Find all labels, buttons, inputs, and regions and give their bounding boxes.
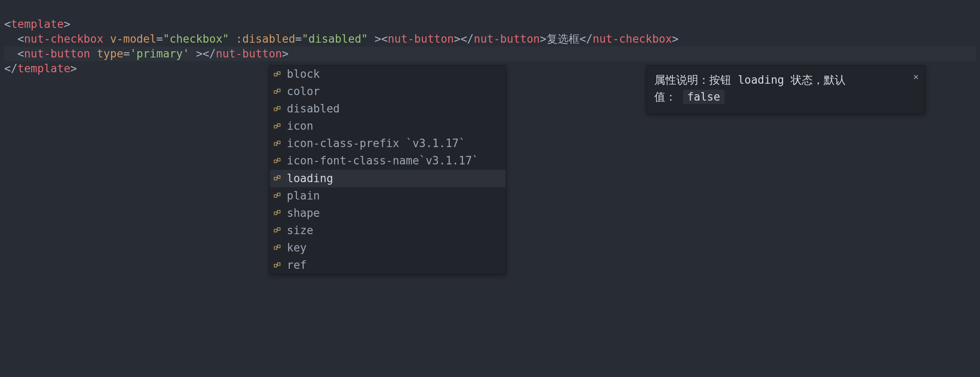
svg-rect-22 <box>278 193 280 196</box>
autocomplete-item[interactable]: disabled <box>270 100 506 117</box>
punct: > <box>64 18 71 30</box>
property-icon <box>273 226 283 235</box>
svg-rect-13 <box>278 141 280 144</box>
property-icon <box>273 70 283 79</box>
punct: </ <box>580 33 593 45</box>
punct: > <box>375 33 381 45</box>
autocomplete-item[interactable]: size <box>270 222 506 239</box>
svg-rect-15 <box>274 160 277 163</box>
code-line-active[interactable]: <nut-button type='primary' ></nut-button… <box>4 46 976 61</box>
svg-rect-19 <box>278 176 280 178</box>
property-icon <box>273 261 283 270</box>
autocomplete-item-label: key <box>287 240 307 255</box>
punct: < <box>381 33 388 45</box>
svg-rect-16 <box>278 158 280 161</box>
punct: = <box>295 33 302 45</box>
autocomplete-item-label: icon-font-class-name`v3.1.17` <box>287 153 479 168</box>
autocomplete-item-label: disabled <box>287 101 340 116</box>
tag: template <box>17 62 70 75</box>
svg-rect-6 <box>274 108 277 110</box>
text: 复选框 <box>547 33 580 45</box>
tooltip-line: 属性说明：按钮 loading 状态，默认 <box>654 71 917 88</box>
autocomplete-item[interactable]: color <box>270 83 506 100</box>
svg-rect-4 <box>278 89 280 91</box>
space <box>229 33 236 45</box>
autocomplete-item-label: icon <box>287 119 313 134</box>
code-line[interactable]: <nut-checkbox v-model="checkbox" :disabl… <box>4 32 976 46</box>
autocomplete-item[interactable]: plain <box>270 187 506 205</box>
svg-rect-25 <box>278 210 280 213</box>
autocomplete-item-label: color <box>287 84 320 99</box>
tag: nut-button <box>24 47 90 60</box>
svg-rect-30 <box>274 247 277 249</box>
autocomplete-popup[interactable]: blockcolordisablediconicon-class-prefix … <box>270 65 506 274</box>
autocomplete-item[interactable]: shape <box>270 205 506 222</box>
svg-rect-12 <box>274 142 277 145</box>
indent <box>4 47 17 60</box>
space <box>368 33 375 45</box>
punct: > <box>540 33 547 45</box>
property-icon <box>273 208 283 218</box>
punct: > <box>454 33 461 45</box>
punct: </ <box>203 47 216 60</box>
indent <box>4 33 17 45</box>
property-icon <box>273 156 283 166</box>
tag: nut-checkbox <box>24 33 103 45</box>
svg-rect-3 <box>274 90 277 93</box>
svg-rect-24 <box>274 212 277 215</box>
punct: < <box>4 18 11 30</box>
svg-rect-33 <box>274 264 277 267</box>
tag: nut-checkbox <box>593 33 672 45</box>
attr: :disabled <box>236 33 295 45</box>
string: "checkbox" <box>163 33 229 45</box>
autocomplete-item-label: icon-class-prefix `v3.1.17` <box>287 136 466 151</box>
autocomplete-item-label: shape <box>287 206 320 221</box>
svg-rect-34 <box>278 262 280 265</box>
autocomplete-item[interactable]: ref <box>270 257 506 274</box>
string: 'primary' <box>130 47 189 60</box>
svg-rect-27 <box>274 229 277 232</box>
property-icon <box>273 87 283 96</box>
svg-rect-1 <box>278 71 280 74</box>
autocomplete-item-label: size <box>287 223 313 238</box>
code-editor[interactable]: <template> <nut-checkbox v-model="checkb… <box>0 0 980 80</box>
autocomplete-item[interactable]: icon <box>270 117 506 135</box>
property-icon <box>273 243 283 252</box>
property-icon <box>273 104 283 114</box>
svg-rect-18 <box>274 178 277 180</box>
autocomplete-item-label: block <box>287 67 320 82</box>
tooltip-prefix: 值： <box>654 90 676 103</box>
autocomplete-item[interactable]: icon-font-class-name`v3.1.17` <box>270 152 506 169</box>
space <box>189 47 196 60</box>
close-icon[interactable]: × <box>913 70 919 84</box>
tag: nut-button <box>474 33 540 45</box>
tag: nut-button <box>388 33 454 45</box>
autocomplete-item[interactable]: icon-class-prefix `v3.1.17` <box>270 135 506 152</box>
svg-rect-7 <box>278 106 280 109</box>
tag: template <box>11 18 64 30</box>
string: "disabled" <box>302 33 368 45</box>
autocomplete-item-label: ref <box>287 258 307 273</box>
attr: v-model <box>110 33 156 45</box>
punct: = <box>123 47 130 60</box>
svg-rect-9 <box>274 125 277 128</box>
punct: > <box>282 47 289 60</box>
tooltip-line: 值： false <box>654 88 917 105</box>
punct: </ <box>460 33 474 45</box>
space <box>103 33 110 45</box>
punct: < <box>17 33 24 45</box>
svg-rect-28 <box>278 228 280 230</box>
svg-rect-21 <box>274 195 277 197</box>
punct: < <box>17 47 24 60</box>
code-line[interactable]: <template> <box>4 17 976 32</box>
svg-rect-0 <box>274 73 277 76</box>
autocomplete-item-label: plain <box>287 188 320 203</box>
punct: > <box>71 62 77 75</box>
autocomplete-item[interactable]: key <box>270 239 506 257</box>
punct: > <box>196 47 203 60</box>
property-icon <box>273 139 283 148</box>
punct: > <box>672 33 679 45</box>
autocomplete-item[interactable]: block <box>270 66 506 83</box>
autocomplete-item[interactable]: loading <box>270 170 506 187</box>
svg-rect-10 <box>278 124 280 126</box>
